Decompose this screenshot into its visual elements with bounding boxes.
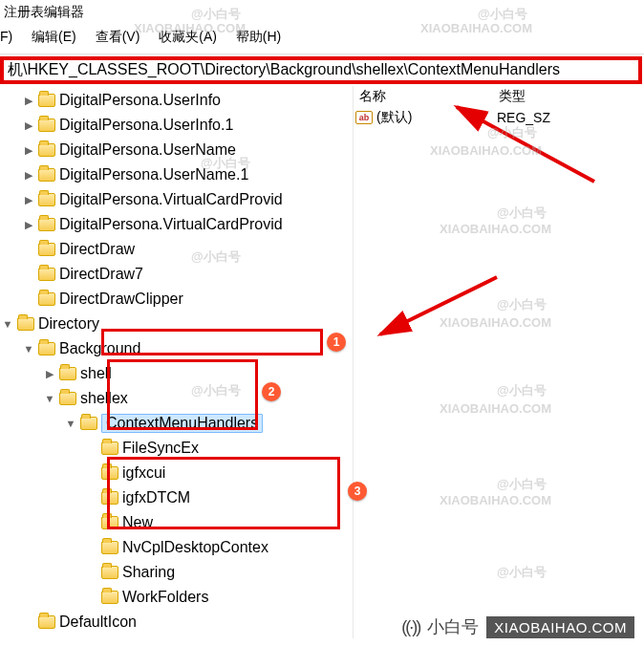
folder-icon bbox=[38, 118, 55, 132]
folder-icon bbox=[38, 342, 55, 355]
watermark-brand-en: XIAOBAIHAO.COM bbox=[486, 616, 634, 638]
values-pane[interactable]: 名称 类型 ab (默认) REG_SZ bbox=[354, 86, 644, 638]
tree-item-label: igfxcui bbox=[122, 464, 165, 482]
tree-item-label: DirectDrawClipper bbox=[59, 291, 183, 308]
tree-item-label: ContextMenuHandlers bbox=[101, 414, 263, 433]
tree-item[interactable]: ▶DigitalPersona.VirtualCardProvid bbox=[0, 212, 353, 237]
tree-item[interactable]: New bbox=[0, 510, 353, 535]
value-type: REG_SZ bbox=[497, 110, 638, 125]
address-bar-container: 机\HKEY_CLASSES_ROOT\Directory\Background… bbox=[0, 56, 642, 84]
tree-item[interactable]: ▶shell bbox=[0, 361, 353, 386]
menu-favorites[interactable]: 收藏夹(A) bbox=[151, 27, 225, 48]
tree-item[interactable]: ▶DigitalPersona.UserName.1 bbox=[0, 162, 353, 187]
tree-item[interactable]: ▼shellex bbox=[0, 386, 353, 411]
tree-item[interactable]: ▶DigitalPersona.VirtualCardProvid bbox=[0, 187, 353, 212]
chevron-right-icon[interactable]: ▶ bbox=[21, 169, 36, 182]
tree-item-label: WorkFolders bbox=[122, 589, 208, 606]
tree-item-label: DigitalPersona.UserInfo.1 bbox=[59, 117, 233, 134]
menu-help[interactable]: 帮助(H) bbox=[228, 27, 289, 48]
folder-icon bbox=[17, 317, 34, 331]
menu-bar: F) 编辑(E) 查看(V) 收藏夹(A) 帮助(H) bbox=[0, 27, 644, 54]
string-value-icon: ab bbox=[355, 111, 373, 124]
tree-item[interactable]: ▼Background bbox=[0, 336, 353, 361]
tree-item[interactable]: ▼ContextMenuHandlers bbox=[0, 411, 353, 436]
annotation-badge-3: 3 bbox=[348, 482, 367, 501]
tree-item[interactable]: DirectDraw bbox=[0, 237, 353, 262]
chevron-right-icon[interactable]: ▶ bbox=[21, 95, 36, 107]
folder-icon bbox=[38, 143, 55, 157]
value-row[interactable]: ab (默认) REG_SZ bbox=[354, 109, 644, 126]
chevron-right-icon[interactable]: ▶ bbox=[21, 219, 36, 231]
tree-item[interactable]: igfxDTCM bbox=[0, 485, 353, 510]
tree-item[interactable]: FileSyncEx bbox=[0, 436, 353, 461]
tree-item[interactable]: igfxcui bbox=[0, 461, 353, 485]
folder-icon bbox=[59, 367, 76, 380]
tree-item[interactable]: DirectDraw7 bbox=[0, 262, 353, 287]
tree-item-label: DefaultIcon bbox=[59, 614, 137, 631]
chevron-right-icon[interactable]: ▶ bbox=[42, 368, 57, 380]
tree-item-label: NvCplDesktopContex bbox=[122, 539, 268, 556]
values-header: 名称 类型 bbox=[354, 86, 644, 109]
folder-icon bbox=[38, 615, 55, 629]
folder-icon bbox=[101, 541, 118, 554]
tree-item-label: DirectDraw bbox=[59, 241, 135, 258]
folder-icon bbox=[38, 218, 55, 231]
tree-item-label: DigitalPersona.VirtualCardProvid bbox=[59, 191, 283, 208]
tree-item-label: Sharing bbox=[122, 564, 175, 581]
folder-icon bbox=[38, 94, 55, 107]
tree-item-label: DigitalPersona.VirtualCardProvid bbox=[59, 216, 283, 233]
broadcast-icon: ((·)) bbox=[401, 617, 419, 637]
value-name: (默认) bbox=[376, 109, 412, 126]
tree-item-label: DirectDraw7 bbox=[59, 266, 143, 283]
folder-icon bbox=[101, 466, 118, 480]
chevron-down-icon[interactable]: ▼ bbox=[0, 318, 15, 330]
folder-icon bbox=[38, 168, 55, 182]
folder-icon bbox=[101, 441, 118, 455]
tree-item[interactable]: ▶DigitalPersona.UserInfo.1 bbox=[0, 113, 353, 138]
chevron-right-icon[interactable]: ▶ bbox=[21, 194, 36, 206]
annotation-badge-2: 2 bbox=[262, 382, 281, 401]
folder-icon bbox=[38, 193, 55, 206]
folder-icon bbox=[101, 591, 118, 604]
folder-icon bbox=[101, 516, 118, 529]
folder-icon bbox=[101, 491, 118, 505]
tree-item[interactable]: NvCplDesktopContex bbox=[0, 535, 353, 560]
col-name[interactable]: 名称 bbox=[359, 88, 499, 105]
folder-icon bbox=[101, 566, 118, 579]
folder-icon bbox=[38, 268, 55, 281]
tree-item[interactable]: DefaultIcon bbox=[0, 610, 353, 635]
col-type[interactable]: 类型 bbox=[499, 88, 638, 105]
tree-item-label: FileSyncEx bbox=[122, 440, 199, 457]
watermark-logo: ((·)) 小白号 XIAOBAIHAO.COM bbox=[401, 615, 634, 638]
tree-item[interactable]: DirectDrawClipper bbox=[0, 287, 353, 312]
tree-item-label: Directory bbox=[38, 315, 99, 333]
tree-item[interactable]: ▶DigitalPersona.UserInfo bbox=[0, 88, 353, 113]
tree-item[interactable]: WorkFolders bbox=[0, 585, 353, 610]
watermark-brand-cn: 小白号 bbox=[427, 615, 479, 638]
menu-edit[interactable]: 编辑(E) bbox=[24, 27, 84, 48]
folder-icon bbox=[38, 243, 55, 256]
tree-item-label: DigitalPersona.UserInfo bbox=[59, 92, 221, 109]
tree-item[interactable]: Sharing bbox=[0, 560, 353, 585]
annotation-badge-1: 1 bbox=[327, 333, 346, 352]
tree-item-label: DigitalPersona.UserName bbox=[59, 141, 236, 159]
tree-item-label: New bbox=[122, 514, 153, 531]
tree-pane[interactable]: ▶DigitalPersona.UserInfo▶DigitalPersona.… bbox=[0, 86, 354, 638]
folder-icon bbox=[59, 392, 76, 405]
menu-view[interactable]: 查看(V) bbox=[88, 27, 148, 48]
window-title: 注册表编辑器 bbox=[0, 0, 644, 27]
address-bar[interactable]: 机\HKEY_CLASSES_ROOT\Directory\Background… bbox=[8, 60, 634, 80]
chevron-right-icon[interactable]: ▶ bbox=[21, 119, 36, 132]
menu-file-fragment[interactable]: F) bbox=[0, 27, 20, 46]
tree-item[interactable]: ▶DigitalPersona.UserName bbox=[0, 138, 353, 162]
folder-icon bbox=[80, 417, 97, 430]
chevron-down-icon[interactable]: ▼ bbox=[21, 343, 36, 355]
tree-item-label: igfxDTCM bbox=[122, 489, 190, 506]
tree-item-label: DigitalPersona.UserName.1 bbox=[59, 166, 248, 183]
tree-item[interactable]: ▼Directory bbox=[0, 312, 353, 336]
tree-item-label: Background bbox=[59, 340, 140, 357]
chevron-down-icon[interactable]: ▼ bbox=[42, 393, 57, 404]
chevron-down-icon[interactable]: ▼ bbox=[63, 418, 78, 429]
tree-item-label: shellex bbox=[80, 390, 128, 407]
chevron-right-icon[interactable]: ▶ bbox=[21, 144, 36, 157]
